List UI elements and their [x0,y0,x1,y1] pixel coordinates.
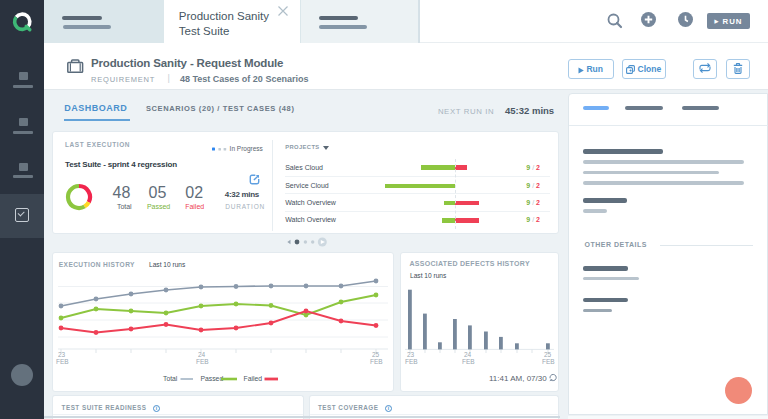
svg-text:Failed: Failed [244,375,263,382]
svg-text:24: 24 [464,351,472,358]
svg-text:FEB: FEB [542,358,555,365]
svg-text:23: 23 [58,351,66,358]
svg-text:Last 10 runs: Last 10 runs [410,272,447,279]
svg-text:Passed: Passed [201,375,224,382]
svg-text:Total: Total [163,375,178,382]
svg-text:FEB: FEB [56,358,69,365]
svg-text:11:41 AM, 07/30: 11:41 AM, 07/30 [489,374,547,383]
svg-text:25: 25 [544,351,552,358]
svg-text:EXECUTION HISTORY: EXECUTION HISTORY [59,261,135,268]
svg-text:FEB: FEB [405,358,418,365]
svg-text:24: 24 [198,351,206,358]
svg-text:ASSOCIATED DEFECTS HISTORY: ASSOCIATED DEFECTS HISTORY [409,260,529,267]
svg-text:FEB: FEB [196,358,209,365]
svg-text:25: 25 [372,351,380,358]
svg-text:FEB: FEB [462,358,475,365]
svg-text:FEB: FEB [370,358,383,365]
svg-text:23: 23 [407,351,415,358]
svg-text:Last 10 runs: Last 10 runs [149,261,186,268]
